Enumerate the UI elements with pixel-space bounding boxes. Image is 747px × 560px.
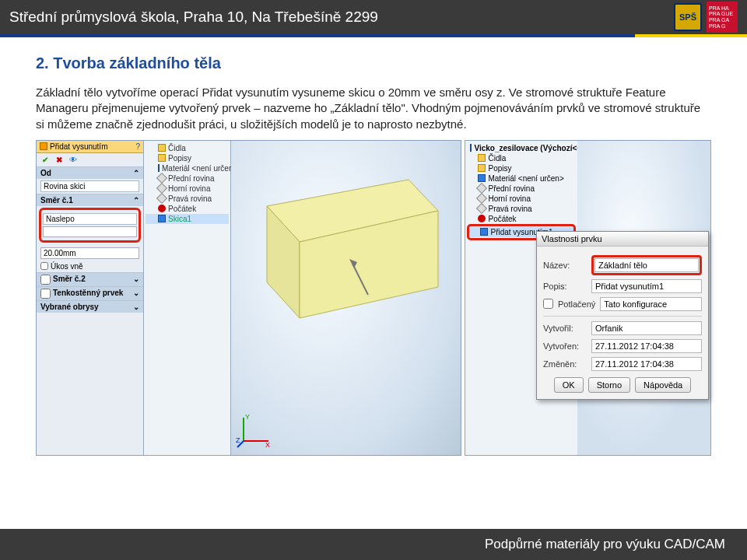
depth-input[interactable]: 20.00mm (40, 247, 139, 259)
group-thin-header[interactable]: Tenkostěnný prvek⌄ (37, 287, 143, 300)
annotations-icon (158, 154, 166, 162)
sketch-icon (158, 215, 166, 222)
header-title: Střední průmyslová škola, Praha 10, Na T… (9, 9, 378, 26)
tree-root[interactable]: Vicko_zesilovace (Výchozí<<V (467, 143, 576, 153)
row-vytvoren: Vytvořen: 27.11.2012 17:04:38 (543, 339, 702, 353)
group-contours-header[interactable]: Vybrané obrysy⌄ (37, 301, 143, 313)
plane-icon (476, 203, 487, 214)
dialog-buttons: OK Storno Nápověda (543, 377, 702, 393)
extrude-icon (40, 142, 47, 150)
tree-item[interactable]: Přední rovina (467, 184, 576, 194)
svg-text:Z: Z (236, 436, 240, 444)
tree-item[interactable]: Materiál <není určen> (467, 173, 576, 184)
axis-triad: Y X Z (236, 411, 273, 450)
expand-icon: ⌄ (133, 289, 139, 299)
tree-item[interactable]: Popisy (467, 163, 576, 173)
page-header: Střední průmyslová škola, Praha 10, Na T… (0, 0, 747, 34)
direction-field[interactable] (43, 226, 137, 237)
value-vytvoren: 27.11.2012 17:04:38 (591, 339, 702, 353)
preview-icon[interactable]: 👁 (68, 156, 79, 164)
input-nazev[interactable]: Základní tělo (594, 258, 699, 272)
tree-item-selected[interactable]: Skica1 (146, 214, 229, 224)
screenshots-row: Přidat vysunutím ? ✔ ✖ 👁 Od⌃ Rovina skic… (36, 140, 711, 456)
sensor-icon (478, 154, 486, 162)
footer-text: Podpůrné materiály pro výuku CAD/CAM (485, 537, 725, 552)
pm-title-bar: Přidat vysunutím ? (37, 141, 143, 153)
feature-properties-dialog: Vlastnosti prvku Název: Základní tělo Po… (536, 231, 709, 400)
tree-item[interactable]: Popisy (146, 153, 229, 163)
thin-checkbox[interactable] (40, 289, 51, 299)
screenshot-rename: Vicko_zesilovace (Výchozí<<V Čidla Popis… (465, 140, 711, 456)
group-smer1-header[interactable]: Směr č.1⌃ (37, 194, 143, 206)
cancel-button[interactable]: ✖ (54, 156, 65, 164)
svg-text:X: X (265, 441, 270, 449)
highlight-name-box: Základní tělo (591, 255, 702, 275)
collapse-icon: ⌃ (133, 169, 139, 177)
page-footer: Podpůrné materiály pro výuku CAD/CAM (0, 529, 747, 560)
tree-item[interactable]: Počátek (467, 214, 576, 224)
extrude-icon (480, 228, 488, 236)
plane-icon (156, 193, 167, 204)
section-title: 2. Tvorba základního těla (36, 54, 711, 72)
row-nazev: Název: Základní tělo (543, 255, 702, 275)
tree-item[interactable]: Čidla (146, 143, 229, 153)
napoveda-button[interactable]: Nápověda (635, 377, 691, 393)
sensor-icon (158, 144, 166, 152)
row-popis: Popis: Přidat vysunutím1 (543, 279, 702, 293)
row-zmenen: Změněn: 27.11.2012 17:04:38 (543, 357, 702, 371)
ok-button[interactable]: OK (554, 377, 584, 393)
screenshot-extrude: Přidat vysunutím ? ✔ ✖ 👁 Od⌃ Rovina skic… (36, 140, 461, 456)
annotations-icon (478, 164, 486, 172)
material-icon (158, 164, 160, 172)
value-vytvoril: Orfanik (591, 321, 702, 335)
logo-sps: SPŠ (674, 3, 702, 31)
help-icon[interactable]: ? (135, 142, 140, 151)
od-select[interactable]: Rovina skici (40, 180, 139, 192)
storno-button[interactable]: Storno (588, 377, 630, 393)
tree-item[interactable]: Materiál <není určen> (146, 163, 229, 173)
group-smer2: Směr č.2⌄ (37, 272, 143, 286)
tree-item[interactable]: Čidla (467, 153, 576, 163)
pm-title-text: Přidat vysunutím (50, 142, 107, 151)
group-thin: Tenkostěnný prvek⌄ (37, 286, 143, 300)
plane-icon (476, 193, 487, 204)
viewport-3d[interactable]: Y X Z (231, 141, 461, 455)
tree-item[interactable]: Horní rovina (146, 184, 229, 194)
input-popis[interactable]: Přidat vysunutím1 (591, 279, 702, 293)
group-smer2-header[interactable]: Směr č.2⌄ (37, 273, 143, 286)
svg-text:Y: Y (245, 413, 250, 421)
tree-item[interactable]: Počátek (146, 204, 229, 214)
label-vytvoren: Vytvořen: (543, 341, 587, 351)
label-potlaceny: Potlačený (558, 299, 595, 309)
feature-tree-left: Čidla Popisy Materiál <není určen> Předn… (144, 141, 231, 455)
extrude-preview-box (253, 172, 447, 327)
group-od-header[interactable]: Od⌃ (37, 167, 143, 179)
label-vytvoril: Vytvořil: (543, 324, 587, 333)
tree-item[interactable]: Pravá rovina (146, 194, 229, 204)
label-zmenen: Změněn: (543, 359, 587, 369)
label-nazev: Název: (543, 261, 587, 270)
row-vytvoril: Vytvořil: Orfanik (543, 321, 702, 335)
tree-item[interactable]: Pravá rovina (467, 204, 576, 214)
tree-item[interactable]: Přední rovina (146, 173, 229, 184)
part-icon (470, 144, 472, 152)
dialog-titlebar[interactable]: Vlastnosti prvku (537, 232, 708, 247)
highlight-direction-box: Naslepo (39, 208, 141, 243)
checkbox-potlaceny[interactable] (543, 299, 553, 309)
expand-icon: ⌄ (133, 275, 139, 285)
plane-icon (476, 183, 487, 194)
expand-icon: ⌄ (133, 303, 139, 311)
group-smer1: Směr č.1⌃ Naslepo 20.00mm Úkos vně (37, 194, 143, 272)
dialog-body: Název: Základní tělo Popis: Přidat vysun… (537, 247, 708, 399)
draft-checkbox-row[interactable]: Úkos vně (37, 261, 143, 272)
dialog-separator (543, 316, 702, 317)
ok-button[interactable]: ✔ (40, 156, 51, 164)
select-config[interactable]: Tato konfigurace (600, 297, 702, 311)
smer2-checkbox[interactable] (40, 275, 51, 285)
end-condition-select[interactable]: Naslepo (43, 213, 137, 225)
logo-praha: PRA HA PRA GUE PRA GA PRA G (707, 2, 738, 33)
header-logos: SPŠ PRA HA PRA GUE PRA GA PRA G (674, 2, 738, 33)
material-icon (478, 174, 486, 182)
draft-checkbox[interactable] (40, 262, 48, 270)
tree-item[interactable]: Horní rovina (467, 194, 576, 204)
